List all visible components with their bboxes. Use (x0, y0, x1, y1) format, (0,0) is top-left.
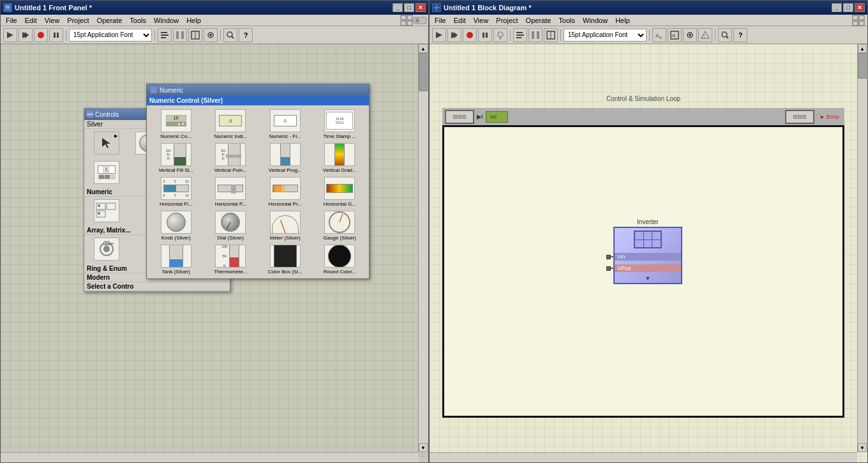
num-item-vert-point[interactable]: 10-5-0- Vertical Poin... (204, 142, 258, 174)
menu-project[interactable]: Project (63, 16, 93, 25)
num-item-meter[interactable]: Meter (Silver) (258, 209, 312, 242)
svg-rect-14 (161, 32, 167, 33)
bd-menu-tools[interactable]: Tools (555, 16, 579, 25)
num-item-control[interactable]: 10 ▲▼ Numeric Co... (149, 108, 203, 140)
bd-pause-button[interactable] (478, 28, 492, 42)
bd-scrollbar-v[interactable]: ▲ ▼ (857, 44, 867, 452)
front-panel-scrollbar-v[interactable]: ▲ ▼ (418, 44, 428, 452)
category-select-label[interactable]: Select a Contro (84, 282, 230, 291)
num-item-gauge[interactable]: Gauge (Silver) (313, 209, 367, 242)
error-indicator: ► Error (817, 114, 842, 120)
num-item-timestamp[interactable]: 12:00 07/11 Time Stamp ... (313, 108, 367, 140)
svg-rect-51 (483, 33, 484, 38)
bd-menu-project[interactable]: Project (492, 16, 521, 25)
bd-abort-button[interactable] (463, 28, 477, 42)
run-button[interactable] (3, 28, 17, 42)
selected-numeric-item[interactable]: Numeric Control (Silver) (147, 96, 369, 105)
front-panel-window-controls[interactable]: _ □ ✕ (393, 3, 426, 12)
bd-run-cont-button[interactable] (447, 28, 461, 42)
num-item-round-color[interactable]: Round Color... (313, 243, 367, 276)
menu-edit[interactable]: Edit (21, 16, 41, 25)
bd-dist-button[interactable] (528, 28, 542, 42)
toolbar-separator-1 (66, 29, 66, 41)
svg-point-71 (722, 32, 727, 37)
bd-menu-view[interactable]: View (470, 16, 493, 25)
run-continuous-button[interactable] (19, 28, 33, 42)
bd-window-controls[interactable]: _ □ ✕ (832, 3, 865, 12)
num-item-vert-prog[interactable]: Vertical Prog... (258, 142, 312, 174)
bd-highlight-button[interactable]: ! (698, 28, 712, 42)
front-panel-toolbar: 15pt Application Font (1, 26, 428, 44)
inverter-box[interactable]: Vin VPos ▼ (613, 227, 682, 284)
palette-array-icon[interactable] (86, 198, 127, 225)
num-item-tank[interactable]: Tank (Silver) (149, 243, 203, 276)
maximize-button[interactable]: □ (404, 3, 414, 12)
bd-maximize-button[interactable]: □ (843, 3, 853, 12)
font-selector[interactable]: 15pt Application Font (69, 29, 152, 42)
menu-window[interactable]: Window (150, 16, 183, 25)
help-button[interactable]: ? (239, 28, 253, 42)
num-item-color-box[interactable]: Color Box (Si... (258, 243, 312, 276)
close-button[interactable]: ✕ (415, 3, 426, 12)
sim-right-config-btn[interactable] (785, 110, 814, 124)
resize-button[interactable] (188, 28, 202, 42)
inverter-expand[interactable]: ▼ (615, 274, 681, 283)
menu-tools[interactable]: Tools (126, 16, 150, 25)
num-item-horiz-fi[interactable]: 0510 0510 Horizontal Fi... (149, 176, 203, 208)
bd-canvas[interactable]: ▲ ▼ Control & Simulation Loop (430, 44, 867, 462)
sim-left-config-btn[interactable] (445, 110, 474, 124)
num-meter-label: Meter (Silver) (270, 235, 301, 241)
num-item-thermometer[interactable]: 100-50-0- Thermomete... (204, 243, 258, 276)
bd-scroll-down[interactable]: ▼ (858, 443, 867, 452)
bd-menu-window[interactable]: Window (579, 16, 611, 25)
menu-operate[interactable]: Operate (93, 16, 126, 25)
bd-zoom-button[interactable] (718, 28, 732, 42)
bd-config-button[interactable] (683, 28, 697, 42)
dist-button[interactable] (173, 28, 187, 42)
bd-help-button[interactable]: ? (733, 28, 747, 42)
num-item-vert-fill[interactable]: 10-5-0- Vertical Fill Sl... (149, 142, 203, 174)
front-panel-canvas[interactable]: ▲ ▼ Controls (1, 44, 428, 462)
num-item-knob[interactable]: Knob (Silver) (149, 209, 203, 242)
minimize-button[interactable]: _ (393, 3, 403, 12)
num-item-horiz-p[interactable]: Horizontal P... (204, 176, 258, 208)
num-item-horiz-pr[interactable]: Horizontal Pr... (258, 176, 312, 208)
svg-line-24 (232, 36, 234, 38)
abort-button[interactable] (34, 28, 48, 42)
svg-text:A: A (672, 33, 676, 38)
bd-font-selector[interactable]: 15pt Application Font (564, 29, 647, 42)
bd-close-button[interactable]: ✕ (855, 3, 865, 12)
menu-view[interactable]: View (41, 16, 64, 25)
num-item-dial[interactable]: Dial (Silver) (204, 209, 258, 242)
svg-rect-58 (516, 37, 521, 38)
palette-item-pointer[interactable]: ▶ (86, 130, 127, 157)
config-button[interactable] (204, 28, 218, 42)
bd-run-button[interactable] (432, 28, 446, 42)
pause-button[interactable] (49, 28, 63, 42)
svg-text:!: ! (704, 33, 705, 39)
num-item-vert-grad[interactable]: Vertical Grad... (313, 142, 367, 174)
bd-size-button-1[interactable]: A a (652, 28, 666, 42)
palette-numeric-icon[interactable]: 0 (86, 160, 127, 186)
num-item-indicator[interactable]: 0 Numeric Indi... (204, 108, 258, 140)
align-left-button[interactable] (158, 28, 172, 42)
bd-lamp-button[interactable] (493, 28, 507, 42)
bd-scroll-up[interactable]: ▲ (858, 44, 867, 53)
bd-size-button-2[interactable]: A (668, 28, 682, 42)
menu-help[interactable]: Help (183, 16, 205, 25)
bd-align-button[interactable] (513, 28, 527, 42)
bd-menu-file[interactable]: File (431, 16, 450, 25)
svg-rect-32 (107, 203, 116, 209)
bd-resize-button[interactable] (544, 28, 558, 42)
num-item-fr[interactable]: 0 Numeric - Fr... (258, 108, 312, 140)
bd-menu-help[interactable]: Help (611, 16, 634, 25)
num-item-horiz-g[interactable]: Horizontal G... (313, 176, 367, 208)
bd-minimize-button[interactable]: _ (832, 3, 842, 12)
bd-menu-edit[interactable]: Edit (450, 16, 470, 25)
palette-ring-icon[interactable]: Enum (86, 236, 127, 263)
menu-file[interactable]: File (2, 16, 21, 25)
scroll-up-arrow[interactable]: ▲ (419, 44, 428, 53)
scroll-down-arrow[interactable]: ▼ (419, 443, 428, 452)
zoom-button[interactable] (223, 28, 237, 42)
bd-menu-operate[interactable]: Operate (522, 16, 555, 25)
